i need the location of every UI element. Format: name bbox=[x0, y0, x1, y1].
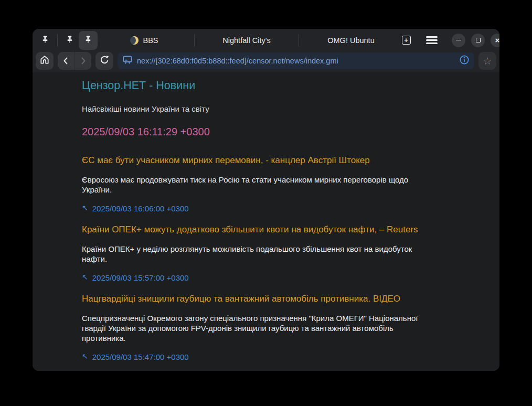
close-button[interactable]: × bbox=[491, 34, 499, 47]
link-arrow-icon: ↖ bbox=[82, 351, 88, 361]
pinned-tab-button-active[interactable] bbox=[79, 31, 98, 50]
new-tab-button[interactable]: + bbox=[400, 34, 412, 47]
news-item: Нацгвардійці знищили гаубицю та вантажни… bbox=[82, 293, 457, 362]
news-timestamp: 2025/09/03 15:57:00 +0300 bbox=[92, 273, 189, 283]
tabbar-divider bbox=[194, 34, 195, 47]
tab-bbs[interactable]: BBS bbox=[98, 31, 191, 50]
home-icon bbox=[39, 55, 50, 67]
news-timestamp: 2025/09/03 16:06:00 +0300 bbox=[92, 204, 189, 213]
news-item: Країни ОПЕК+ можуть додатково збільшити … bbox=[82, 224, 457, 283]
maximize-button[interactable] bbox=[471, 34, 485, 47]
url-text[interactable]: nex://[302:68d0:f0d5:b88d::feed]/censor.… bbox=[137, 57, 455, 65]
link-arrow-icon: ↖ bbox=[82, 203, 88, 213]
forward-button[interactable] bbox=[75, 52, 92, 70]
star-icon: ☆ bbox=[483, 55, 492, 67]
tab-label: BBS bbox=[143, 36, 158, 45]
pinned-tab-button[interactable] bbox=[61, 31, 79, 49]
page-title: Цензор.НЕТ - Новини bbox=[82, 79, 457, 92]
page-subtitle: Найсвіжіші новини України та світу bbox=[82, 104, 457, 114]
back-icon bbox=[61, 56, 71, 66]
reload-button[interactable] bbox=[95, 52, 113, 70]
news-summary: Спецпризначенці Окремого загону спеціаль… bbox=[82, 313, 431, 343]
new-tab-icon: + bbox=[402, 36, 411, 45]
news-timestamp: 2025/09/03 15:47:00 +0300 bbox=[92, 352, 189, 362]
close-icon: × bbox=[495, 36, 499, 44]
info-icon bbox=[459, 55, 470, 65]
news-item: ЄС має бути учасником мирних перемовин, … bbox=[82, 155, 457, 213]
minimize-button[interactable] bbox=[452, 34, 465, 47]
home-button[interactable] bbox=[36, 52, 54, 70]
terminal-monitor-icon bbox=[122, 55, 133, 67]
pin-icon bbox=[41, 35, 49, 46]
link-arrow-icon: ↖ bbox=[82, 272, 88, 282]
hamburger-icon bbox=[426, 36, 438, 38]
reload-icon bbox=[99, 55, 110, 67]
page-content: Цензор.НЕТ - Новини Найсвіжіші новини Ук… bbox=[33, 72, 499, 371]
navigation-bar: nex://[302:68d0:f0d5:b88d::feed]/censor.… bbox=[33, 51, 499, 72]
news-timestamp-link[interactable]: ↖ 2025/09/03 15:57:00 +0300 bbox=[82, 273, 457, 283]
tab-nightfall-citys[interactable]: Nightfall City's bbox=[198, 31, 295, 50]
tabbar-divider bbox=[299, 34, 299, 47]
pinned-tab-button[interactable] bbox=[36, 31, 54, 49]
bookmark-button[interactable]: ☆ bbox=[478, 52, 496, 70]
tabbar-divider bbox=[57, 34, 58, 47]
url-bar[interactable]: nex://[302:68d0:f0d5:b88d::feed]/censor.… bbox=[118, 52, 474, 69]
waxing-crescent-moon-icon bbox=[130, 36, 139, 45]
minimize-icon bbox=[456, 40, 461, 41]
news-headline: Нацгвардійці знищили гаубицю та вантажни… bbox=[82, 293, 457, 304]
tab-bar: BBS Nightfall City's OMG! Ubuntu + × bbox=[33, 29, 499, 51]
news-timestamp-link[interactable]: ↖ 2025/09/03 16:06:00 +0300 bbox=[82, 204, 457, 213]
menu-button[interactable] bbox=[425, 36, 438, 44]
feed-updated-timestamp: 2025/09/03 16:11:29 +0300 bbox=[82, 125, 457, 138]
pin-icon bbox=[66, 35, 74, 46]
news-headline: Країни ОПЕК+ можуть додатково збільшити … bbox=[82, 224, 457, 235]
tab-label: OMG! Ubuntu bbox=[327, 36, 374, 45]
browser-window: BBS Nightfall City's OMG! Ubuntu + × bbox=[33, 29, 499, 371]
page-info-button[interactable] bbox=[459, 55, 470, 67]
news-summary: Євросоюз має продовжувати тиск на Росію … bbox=[82, 175, 431, 195]
news-timestamp-link[interactable]: ↖ 2025/09/03 15:47:00 +0300 bbox=[82, 352, 457, 362]
news-summary: Країни ОПЕК+ у неділю розглянуть можливі… bbox=[82, 244, 431, 264]
tab-label: Nightfall City's bbox=[222, 36, 270, 45]
back-button[interactable] bbox=[58, 52, 75, 70]
window-chrome-buttons: + × bbox=[400, 34, 499, 47]
tab-omg-ubuntu[interactable]: OMG! Ubuntu bbox=[302, 31, 400, 50]
pin-icon bbox=[84, 35, 92, 46]
history-nav bbox=[58, 52, 91, 70]
news-headline: ЄС має бути учасником мирних перемовин, … bbox=[82, 155, 457, 166]
forward-icon bbox=[78, 56, 88, 66]
maximize-icon bbox=[476, 38, 481, 42]
